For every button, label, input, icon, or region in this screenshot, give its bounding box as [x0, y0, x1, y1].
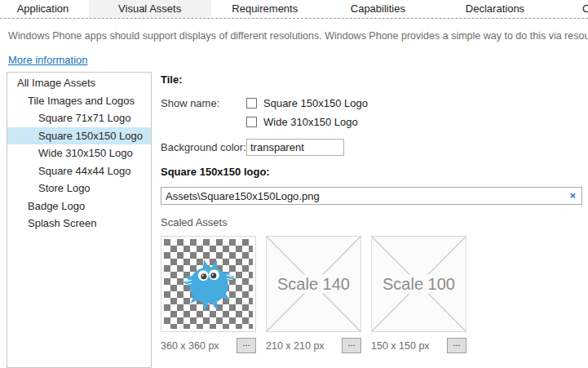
scaled-asset-140: Scale 140 210 x 210 px ... — [266, 236, 361, 353]
show-name-checkbox-group: Square 150x150 Logo Wide 310x150 Logo — [246, 96, 368, 129]
browse-button-360[interactable]: ... — [237, 338, 256, 353]
background-color-label: Background color: — [161, 140, 246, 156]
logo-path-input[interactable] — [161, 187, 582, 205]
scaled-asset-240-dropzone[interactable] — [161, 236, 256, 332]
asset-140-scale-label: Scale 140 — [275, 275, 352, 294]
square-150x150-checkbox-label: Square 150x150 Logo — [263, 97, 368, 109]
tile-heading: Tile: — [161, 73, 582, 86]
page-description: Windows Phone apps should support displa… — [8, 30, 588, 42]
tab-capabilities[interactable]: Capabilities — [319, 0, 437, 19]
background-color-input[interactable] — [246, 139, 344, 156]
wide-310x150-checkbox-label: Wide 310x150 Logo — [263, 116, 358, 128]
scaled-asset-100: Scale 100 150 x 150 px ... — [371, 236, 466, 353]
visual-assets-panel: Tile: Show name: Square 150x150 Logo Wid… — [161, 72, 582, 368]
scaled-assets-row: 360 x 360 px ... Scale 140 210 x 210 px … — [161, 236, 582, 353]
tab-content-uris[interactable]: Content URIs — [553, 0, 588, 19]
scaled-asset-100-dropzone[interactable]: Scale 100 — [371, 236, 466, 332]
pufferfish-logo-image — [181, 255, 237, 313]
sidebar-item-tile-images-and-logos[interactable]: Tile Images and Logos — [7, 92, 151, 110]
show-name-wide-row: Wide 310x150 Logo — [246, 115, 368, 129]
asset-240-footer: 360 x 360 px ... — [161, 338, 256, 353]
background-color-row: Background color: — [161, 139, 582, 156]
square-150x150-checkbox[interactable] — [246, 98, 257, 109]
sidebar-item-square-150x150-logo[interactable]: Square 150x150 Logo — [7, 127, 151, 145]
tab-application[interactable]: Application — [0, 0, 86, 19]
asset-140-footer: 210 x 210 px ... — [266, 338, 361, 353]
sidebar-item-wide-310x150-logo[interactable]: Wide 310x150 Logo — [7, 144, 151, 162]
sidebar-item-badge-logo[interactable]: Badge Logo — [7, 197, 151, 215]
scaled-assets-label: Scaled Assets — [161, 216, 582, 229]
square-150x150-logo-heading: Square 150x150 logo: — [161, 166, 582, 179]
sidebar-item-square-44x44-logo[interactable]: Square 44x44 Logo — [7, 162, 151, 180]
tab-bar: Application Visual Assets Requirements C… — [0, 0, 588, 19]
sidebar-item-all-image-assets[interactable]: All Image Assets — [7, 74, 151, 92]
asset-100-footer: 150 x 150 px ... — [371, 338, 466, 353]
browse-button-210[interactable]: ... — [342, 338, 361, 353]
asset-100-size-label: 150 x 150 px — [371, 340, 430, 352]
browse-button-150[interactable]: ... — [447, 338, 466, 353]
show-name-square-row: Square 150x150 Logo — [246, 96, 368, 110]
scaled-asset-240: 360 x 360 px ... — [161, 236, 256, 353]
scaled-asset-140-dropzone[interactable]: Scale 140 — [266, 236, 361, 332]
more-information-link[interactable]: More information — [8, 54, 88, 66]
asset-100-scale-label: Scale 100 — [380, 275, 458, 294]
asset-140-size-label: 210 x 210 px — [266, 340, 325, 352]
tab-visual-assets[interactable]: Visual Assets — [89, 0, 211, 19]
asset-240-size-label: 360 x 360 px — [161, 340, 219, 352]
wide-310x150-checkbox[interactable] — [246, 117, 257, 127]
tab-declarations[interactable]: Declarations — [440, 0, 550, 19]
transparency-checkerboard — [164, 239, 253, 329]
asset-tree: All Image Assets Tile Images and Logos S… — [7, 72, 152, 368]
tab-requirements[interactable]: Requirements — [214, 0, 316, 19]
clear-path-icon[interactable]: × — [569, 189, 576, 202]
show-name-label: Show name: — [161, 96, 246, 110]
sidebar-item-square-71x71-logo[interactable]: Square 71x71 Logo — [7, 109, 151, 127]
sidebar-item-store-logo[interactable]: Store Logo — [7, 180, 151, 197]
logo-path-row: × — [161, 187, 582, 205]
sidebar-item-splash-screen[interactable]: Splash Screen — [7, 215, 151, 233]
show-name-row: Show name: Square 150x150 Logo Wide 310x… — [161, 96, 582, 129]
